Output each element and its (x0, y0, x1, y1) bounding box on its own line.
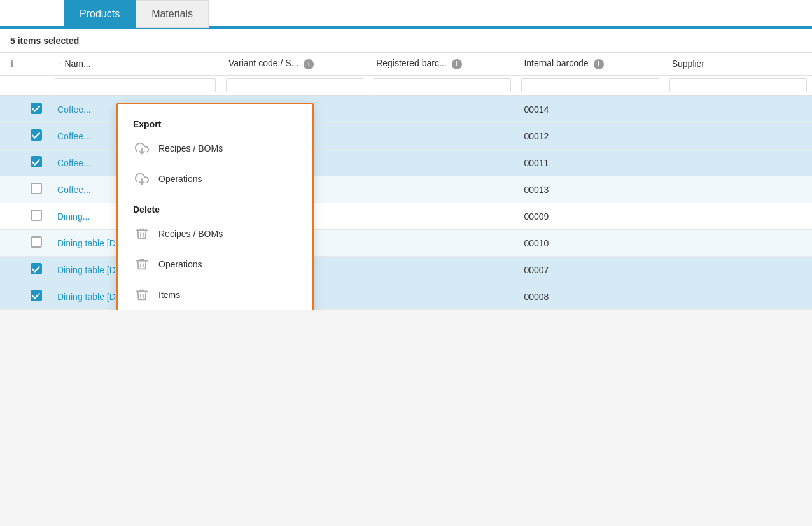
product-name-link[interactable]: Coffee... (57, 158, 91, 168)
row-info-cell (0, 96, 23, 123)
filter-cb (23, 75, 50, 96)
row-supplier-cell (664, 150, 812, 176)
filter-internal (516, 75, 664, 96)
delete-items-item[interactable]: Items (118, 280, 312, 310)
variant-code-label: Variant code / S... (228, 58, 298, 68)
filter-registered (368, 75, 516, 96)
internal-barcode-col-header: Internal barcode i (516, 53, 664, 75)
row-checkbox-cell[interactable] (23, 123, 50, 150)
select-all-col (23, 53, 50, 75)
registered-barcode-info-icon[interactable]: i (452, 59, 462, 69)
checkbox-checked[interactable] (31, 129, 42, 141)
row-registered-barcode-cell (368, 123, 516, 150)
row-internal-barcode-cell: 00012 (516, 123, 664, 150)
row-info-cell (0, 203, 23, 230)
row-info-cell (0, 123, 23, 150)
checkbox-unchecked[interactable] (31, 210, 42, 221)
row-checkbox-cell[interactable] (23, 257, 50, 283)
filter-supplier (664, 75, 812, 96)
row-checkbox-cell[interactable] (23, 176, 50, 203)
delete-items-icon (133, 286, 151, 304)
name-col-header[interactable]: ↑ Nam... (50, 53, 221, 75)
checkbox-checked[interactable] (31, 263, 42, 274)
delete-items-label: Items (158, 290, 180, 300)
delete-operations-label: Operations (158, 259, 202, 269)
checkbox-checked[interactable] (31, 156, 42, 167)
sort-arrow-up: ↑ (57, 60, 61, 68)
row-checkbox-cell[interactable] (23, 283, 50, 310)
delete-recipes-item[interactable]: Recipes / BOMs (118, 218, 312, 249)
registered-barcode-label: Registered barc... (376, 58, 447, 68)
delete-operations-item[interactable]: Operations (118, 249, 312, 280)
row-internal-barcode-cell: 00010 (516, 230, 664, 257)
name-filter-input[interactable] (55, 78, 216, 92)
product-name-link[interactable]: Coffee... (57, 104, 91, 115)
table-wrapper: Export Recipes / BOMs (0, 53, 812, 310)
toolbar: 5 items selected (0, 29, 812, 53)
internal-barcode-label: Internal barcode (524, 58, 588, 68)
dropdown-menu: Export Recipes / BOMs (116, 103, 314, 310)
checkbox-checked[interactable] (31, 290, 42, 301)
variant-code-info-icon[interactable]: i (304, 59, 314, 69)
row-supplier-cell (664, 203, 812, 230)
row-checkbox-cell[interactable] (23, 96, 50, 123)
selected-text: items selected (18, 36, 80, 46)
name-col-label: Nam... (64, 59, 90, 69)
tab-products[interactable]: Products (64, 0, 136, 28)
row-checkbox-cell[interactable] (23, 150, 50, 176)
row-internal-barcode-cell: 00008 (516, 283, 664, 310)
export-operations-label: Operations (158, 174, 202, 184)
delete-section-title: Delete (118, 199, 312, 218)
checkbox-unchecked[interactable] (31, 236, 42, 248)
row-internal-barcode-cell: 00013 (516, 176, 664, 203)
table-header-row: ℹ ↑ Nam... Variant code / S... i Registe… (0, 53, 812, 75)
delete-recipes-label: Recipes / BOMs (158, 229, 223, 239)
tabs-bar: Products Materials (0, 0, 812, 28)
internal-barcode-info-icon[interactable]: i (594, 59, 604, 69)
row-internal-barcode-cell: 00007 (516, 257, 664, 283)
export-section-title: Export (118, 114, 312, 133)
export-operations-icon (133, 170, 151, 188)
row-supplier-cell (664, 257, 812, 283)
row-internal-barcode-cell: 00009 (516, 203, 664, 230)
registered-filter-input[interactable] (374, 78, 511, 92)
filter-row (0, 75, 812, 96)
checkbox-checked[interactable] (31, 103, 42, 114)
row-supplier-cell (664, 123, 812, 150)
export-operations-item[interactable]: Operations (118, 164, 312, 194)
supplier-col-header: Supplier (664, 53, 812, 75)
checkbox-unchecked[interactable] (31, 183, 42, 194)
row-supplier-cell (664, 176, 812, 203)
row-registered-barcode-cell (368, 283, 516, 310)
row-registered-barcode-cell (368, 203, 516, 230)
internal-filter-input[interactable] (521, 78, 659, 92)
product-name-link[interactable]: Dining... (57, 211, 90, 222)
variant-code-col-header: Variant code / S... i (221, 53, 368, 75)
filter-variant (221, 75, 368, 96)
row-supplier-cell (664, 230, 812, 257)
row-info-cell (0, 230, 23, 257)
row-info-cell (0, 257, 23, 283)
row-supplier-cell (664, 283, 812, 310)
row-info-cell (0, 176, 23, 203)
row-internal-barcode-cell: 00011 (516, 150, 664, 176)
filter-info (0, 75, 23, 96)
filter-name (50, 75, 221, 96)
delete-operations-icon (133, 255, 151, 273)
row-checkbox-cell[interactable] (23, 203, 50, 230)
tab-materials[interactable]: Materials (136, 0, 209, 28)
row-registered-barcode-cell (368, 257, 516, 283)
row-checkbox-cell[interactable] (23, 230, 50, 257)
variant-filter-input[interactable] (226, 78, 363, 92)
row-registered-barcode-cell (368, 176, 516, 203)
delete-recipes-icon (133, 225, 151, 243)
product-name-link[interactable]: Coffee... (57, 131, 91, 141)
export-recipes-label: Recipes / BOMs (158, 143, 223, 153)
row-supplier-cell (664, 96, 812, 123)
product-name-link[interactable]: Coffee... (57, 185, 91, 195)
supplier-filter-input[interactable] (669, 78, 807, 92)
info-col-header: ℹ (0, 53, 23, 75)
row-registered-barcode-cell (368, 230, 516, 257)
selected-count: 5 (10, 36, 15, 46)
export-recipes-item[interactable]: Recipes / BOMs (118, 133, 312, 164)
